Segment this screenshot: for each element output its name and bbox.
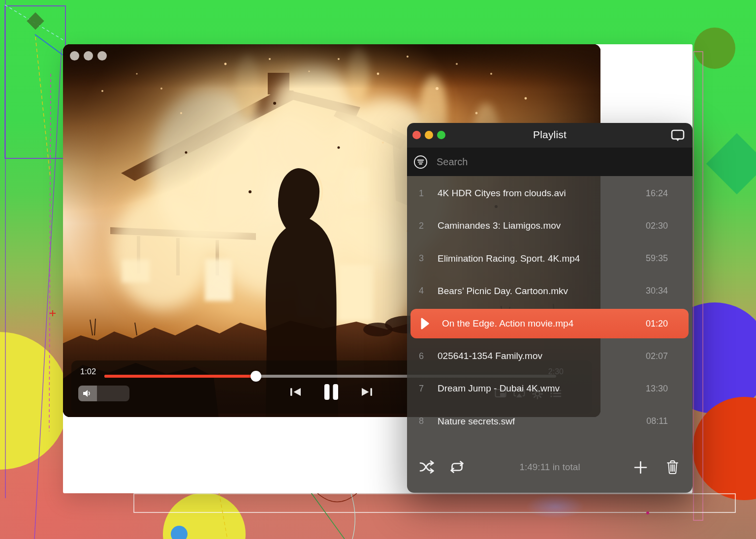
playing-indicator bbox=[410, 318, 435, 329]
item-duration: 13:30 bbox=[640, 384, 668, 394]
item-title: Caminandes 3: Liamigos.mov bbox=[438, 220, 561, 231]
window-minimize-button[interactable] bbox=[84, 51, 93, 60]
playlist-item[interactable]: 7Dream Jump - Dubai 4K.wmv13:30 bbox=[407, 372, 693, 405]
item-title: Nature secrets.swf bbox=[438, 416, 515, 427]
playlist-total-duration: 1:49:11 in total bbox=[407, 462, 693, 473]
next-button[interactable] bbox=[361, 387, 373, 397]
item-duration: 02:30 bbox=[640, 221, 668, 231]
playlist-search-bar bbox=[407, 148, 693, 176]
volume-slider[interactable] bbox=[78, 386, 129, 401]
playlist-footer: 1:49:11 in total bbox=[407, 437, 693, 493]
item-title: Bears’ Picnic Day. Cartoon.mkv bbox=[438, 286, 568, 297]
item-duration: 02:07 bbox=[640, 351, 668, 361]
window-zoom-button[interactable] bbox=[97, 51, 107, 60]
item-index: 4 bbox=[407, 286, 436, 296]
plus-icon bbox=[634, 461, 647, 474]
seek-handle[interactable] bbox=[251, 371, 261, 382]
item-index: 8 bbox=[407, 416, 436, 426]
pause-button[interactable] bbox=[324, 384, 339, 400]
item-index: 1 bbox=[407, 188, 436, 199]
pause-icon bbox=[324, 384, 339, 400]
volume-fill bbox=[78, 386, 97, 401]
item-duration: 59:35 bbox=[640, 253, 668, 264]
progress-fill bbox=[104, 375, 256, 378]
item-index: 6 bbox=[407, 351, 436, 361]
item-index: 2 bbox=[407, 221, 436, 231]
search-input[interactable] bbox=[436, 156, 644, 168]
play-icon bbox=[421, 318, 429, 329]
item-title: On the Edge. Action movie.mp4 bbox=[442, 318, 573, 329]
item-index: 3 bbox=[407, 253, 436, 264]
trash-icon bbox=[666, 459, 679, 475]
video-window-controls[interactable] bbox=[70, 51, 107, 60]
item-title: 4K HDR Cityes from clouds.avi bbox=[438, 188, 566, 199]
playlist-item[interactable]: 3Elimination Racing. Sport. 4K.mp459:35 bbox=[407, 242, 693, 275]
playlist-item[interactable]: 8Nature secrets.swf08:11 bbox=[407, 405, 693, 438]
next-icon bbox=[361, 387, 373, 397]
item-duration: 30:34 bbox=[640, 286, 668, 296]
playlist-item-selected[interactable]: On the Edge. Action movie.mp401:20 bbox=[410, 309, 689, 338]
playlist-header: Playlist bbox=[407, 123, 693, 148]
playlist-panel: Playlist 14K HDR Cityes from clouds.avi1… bbox=[407, 123, 693, 493]
item-index: 7 bbox=[407, 384, 436, 394]
item-duration: 01:20 bbox=[640, 319, 668, 329]
playlist-item[interactable]: 4Bears’ Picnic Day. Cartoon.mkv30:34 bbox=[407, 275, 693, 307]
item-title: Dream Jump - Dubai 4K.wmv bbox=[438, 383, 560, 394]
previous-button[interactable] bbox=[289, 387, 302, 397]
detach-window-button[interactable] bbox=[670, 128, 685, 142]
item-duration: 16:24 bbox=[640, 188, 668, 199]
transport-controls bbox=[289, 382, 373, 402]
add-media-button[interactable] bbox=[634, 461, 647, 474]
playlist-item[interactable]: 14K HDR Cityes from clouds.avi16:24 bbox=[407, 177, 693, 210]
delete-button[interactable] bbox=[666, 459, 679, 475]
playlist-item[interactable]: 2Caminandes 3: Liamigos.mov02:30 bbox=[407, 210, 693, 242]
item-duration: 08:11 bbox=[640, 416, 668, 426]
window-close-button[interactable] bbox=[70, 51, 79, 60]
playlist-item[interactable]: 6025641-1354 Family.mov02:07 bbox=[407, 340, 693, 372]
playlist-title: Playlist bbox=[407, 129, 693, 141]
playlist-items: 14K HDR Cityes from clouds.avi16:242Cami… bbox=[407, 176, 693, 437]
previous-icon bbox=[289, 387, 302, 397]
elapsed-time: 1:02 bbox=[80, 367, 96, 376]
item-title: Elimination Racing. Sport. 4K.mp4 bbox=[438, 253, 580, 264]
item-title: 025641-1354 Family.mov bbox=[438, 351, 542, 361]
speech-bubble-icon bbox=[671, 129, 685, 142]
speaker-icon bbox=[82, 389, 93, 398]
filter-icon bbox=[413, 155, 428, 169]
